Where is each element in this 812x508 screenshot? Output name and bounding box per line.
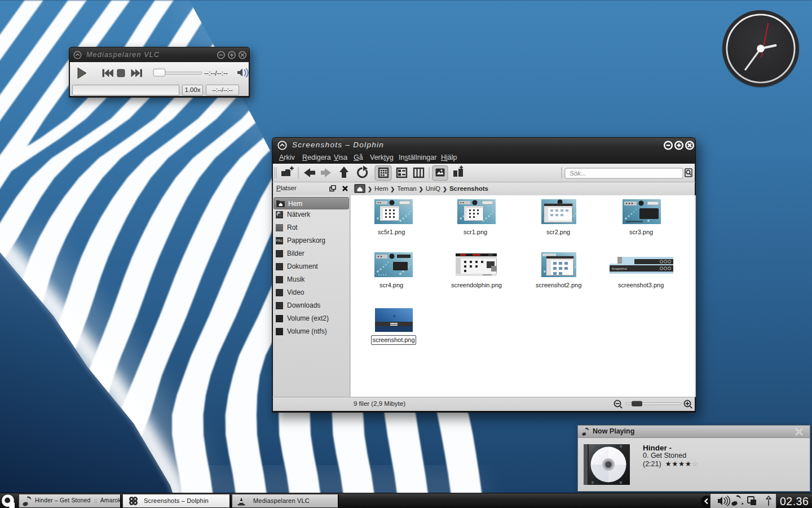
svg-text:Knapishot: Knapishot — [612, 267, 627, 270]
svg-text:--:--/--:--: --:--/--:-- — [204, 69, 228, 77]
svg-text:Sök...: Sök... — [570, 170, 586, 177]
